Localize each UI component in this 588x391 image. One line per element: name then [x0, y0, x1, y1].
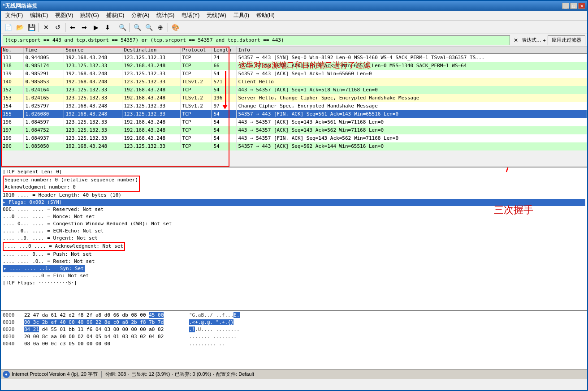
table-row[interactable]: 152 1.024164 123.125.132.33 192.168.43.2…	[1, 86, 587, 94]
menu-edit[interactable]: 编辑(E)	[26, 11, 52, 20]
detail-panel[interactable]: [TCP Segment Len: 0] Sequence number: 0 …	[1, 168, 587, 311]
toolbar-save[interactable]: 💾	[26, 22, 37, 32]
detail-line-4: ▸ Flags: 0x002 (SYN)	[3, 199, 585, 206]
cell-len: 54	[212, 134, 236, 142]
maximize-button[interactable]: □	[570, 3, 577, 9]
toolbar-colorize[interactable]: 🎨	[170, 22, 181, 32]
hex-panel[interactable]: 0000 22 47 da 61 42 d2 f8 2f a8 d0 66 db…	[1, 311, 587, 369]
toolbar-zoom-out[interactable]: 🔍	[143, 22, 154, 32]
detail-line-8: .... .0.. .... = ECN-Echo: Not set	[3, 228, 104, 234]
cell-src: 192.168.43.248	[64, 54, 122, 62]
table-row[interactable]: 196 1.084597 123.125.132.33 192.168.43.2…	[1, 118, 587, 126]
filter-right: 表达式… + 应用此过滤器	[522, 35, 585, 45]
detail-line-12: .... .... .0.. = Reset: Not set	[3, 258, 95, 264]
toolbar-forward[interactable]: ➡	[79, 22, 90, 32]
cell-dst: 192.168.43.248	[122, 134, 180, 142]
cell-no: 154	[1, 102, 23, 110]
menu-goto[interactable]: 跳转(G)	[77, 11, 102, 20]
table-row[interactable]: 139 0.985291 192.168.43.248 123.125.132.…	[1, 70, 587, 78]
status-groups: 分组: 308	[105, 371, 126, 378]
cell-info: Server Hello, Change Cipher Spec, Encryp…	[236, 94, 587, 102]
cell-proto: TCP	[180, 54, 212, 62]
table-row[interactable]: 199 1.084937 123.125.132.33 192.168.43.2…	[1, 134, 587, 142]
cell-no: 199	[1, 134, 23, 142]
menu-stats[interactable]: 统计(S)	[153, 11, 178, 20]
cell-len: 571	[212, 78, 236, 86]
detail-line-10: .... ...0 .... = Acknowledgment: Not set	[4, 243, 123, 249]
table-row[interactable]: 131 0.944805 192.168.43.248 123.125.132.…	[1, 54, 587, 62]
cell-info: 443 → 54357 [FIN, ACK] Seq=143 Ack=562 W…	[236, 134, 587, 142]
cell-len: 54	[212, 86, 236, 94]
menu-capture[interactable]: 捕获(C)	[103, 11, 128, 20]
table-row[interactable]: 153 1.024165 123.125.132.33 192.168.43.2…	[1, 94, 587, 102]
menu-phone[interactable]: 电话(Y)	[178, 11, 203, 20]
filter-clear-button[interactable]: ✕	[512, 36, 520, 44]
col-no[interactable]: No.	[1, 47, 23, 54]
table-row[interactable]: 138 0.985174 123.125.132.33 192.168.43.2…	[1, 62, 587, 70]
hex-offset-3: 0030	[3, 333, 21, 340]
cell-time: 1.024164	[23, 86, 64, 94]
toolbar-goto[interactable]: ▶	[91, 22, 101, 32]
menu-file[interactable]: 文件(F)	[2, 11, 26, 20]
menu-tools[interactable]: 工具(I)	[230, 11, 253, 20]
cell-time: 1.026080	[23, 110, 64, 118]
cell-len: 54	[212, 118, 236, 126]
cell-time: 1.025797	[23, 102, 64, 110]
col-dest[interactable]: Destination	[122, 47, 180, 54]
toolbar-reload[interactable]: ↺	[52, 22, 63, 32]
table-row[interactable]: 154 1.025797 192.168.43.248 123.125.132.…	[1, 102, 587, 110]
toolbar-open[interactable]: 📂	[14, 22, 25, 32]
detail-line-14: .... .... ...0 = Fin: Not set	[3, 273, 89, 279]
table-row[interactable]: 200 1.085050 192.168.43.248 123.125.132.…	[1, 142, 587, 150]
packet-list[interactable]: No. Time Source Destination Protocol Len…	[1, 47, 587, 168]
status-dropped: 已丢弃: 0 (0.0%)	[175, 371, 211, 378]
minimize-button[interactable]: _	[562, 3, 569, 9]
menu-analyze[interactable]: 分析(A)	[128, 11, 153, 20]
hex-row-1: 0010 00 3c 2b ef 40 00 40 06 22 8e c0 a8…	[3, 319, 585, 326]
cell-time: 0.985291	[23, 70, 64, 78]
toolbar-find[interactable]: 🔍	[117, 22, 128, 32]
toolbar-back[interactable]: ⬅	[67, 22, 78, 32]
hex-row-3: 0030 20 00 8c aa 00 00 02 04 05 b4 01 03…	[3, 333, 585, 340]
detail-line-15: [TCP Flags: ··········S·]	[3, 280, 77, 286]
toolbar-zoom-fit[interactable]: ⊕	[155, 22, 166, 32]
cell-len: 54	[212, 110, 236, 118]
cell-src: 123.125.132.33	[64, 134, 122, 142]
detail-line-2: Acknowledgment number: 0	[4, 184, 76, 190]
title-bar: *无线网络连接 _ □ ✕	[1, 1, 587, 11]
col-len[interactable]: Length	[212, 47, 236, 54]
menu-view[interactable]: 视图(V)	[52, 11, 77, 20]
toolbar-scroll[interactable]: ⬇	[102, 22, 113, 32]
table-row[interactable]: 155 1.026080 192.168.43.248 123.125.132.…	[1, 110, 587, 118]
cell-no: 196	[1, 118, 23, 126]
toolbar-close[interactable]: ✕	[41, 22, 52, 32]
cell-time: 0.985174	[23, 62, 64, 70]
filter-bar: ✕ 表达式… + 应用此过滤器	[1, 34, 587, 47]
hex-row-4: 0040 08 0a 00 0c c3 05 00 00 00 00 .....…	[3, 340, 585, 348]
col-proto[interactable]: Protocol	[180, 47, 212, 54]
toolbar-zoom-in[interactable]: 🔍	[132, 22, 143, 32]
hex-bytes-3: 20 00 8c aa 00 00 02 04 05 b4 01 03 03 0…	[24, 333, 186, 340]
table-row[interactable]: 197 1.084752 123.125.132.33 192.168.43.2…	[1, 126, 587, 134]
cell-proto: TCP	[180, 142, 212, 150]
col-info[interactable]: Info	[236, 47, 587, 54]
cell-len: 66	[212, 62, 236, 70]
table-row[interactable]: 140 0.985853 192.168.43.248 123.125.132.…	[1, 78, 587, 86]
cell-dst: 192.168.43.248	[122, 118, 180, 126]
cell-dst: 123.125.132.33	[122, 110, 180, 118]
filter-apply-button[interactable]: 应用此过滤器	[548, 35, 585, 45]
col-source[interactable]: Source	[64, 47, 122, 54]
col-time[interactable]: Time	[23, 47, 64, 54]
toolbar-sep4	[130, 23, 130, 32]
cell-proto: TLSv1.2	[180, 102, 212, 110]
menu-wireless[interactable]: 无线(W)	[203, 11, 229, 20]
detail-line-7: .... 0... .... = Congestion Window Reduc…	[3, 221, 172, 227]
cell-time: 0.944805	[23, 54, 64, 62]
hex-ascii-2: .!.U.... ........	[189, 326, 240, 333]
menu-help[interactable]: 帮助(H)	[253, 11, 278, 20]
cell-proto: TCP	[180, 118, 212, 126]
filter-input[interactable]	[3, 35, 510, 45]
cell-dst: 123.125.132.33	[122, 78, 180, 86]
toolbar-new[interactable]: 📄	[3, 22, 13, 32]
close-button[interactable]: ✕	[578, 3, 585, 9]
